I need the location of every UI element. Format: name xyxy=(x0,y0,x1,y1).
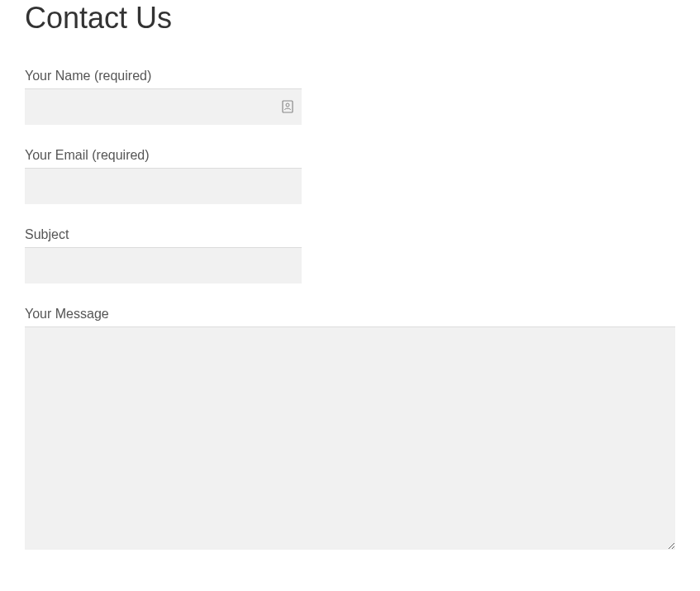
message-textarea[interactable] xyxy=(25,326,675,550)
message-label: Your Message xyxy=(25,307,675,322)
email-label: Your Email (required) xyxy=(25,148,675,163)
message-field-group: Your Message xyxy=(25,307,675,553)
contact-form: Your Name (required) Your Email (require… xyxy=(25,69,675,591)
subject-field-group: Subject xyxy=(25,227,675,284)
subject-label: Subject xyxy=(25,227,675,242)
name-field-group: Your Name (required) xyxy=(25,69,675,125)
page-title: Contact Us xyxy=(25,0,675,36)
name-input-wrapper xyxy=(25,88,302,125)
name-input[interactable] xyxy=(25,88,302,125)
name-label: Your Name (required) xyxy=(25,69,675,83)
email-input[interactable] xyxy=(25,168,302,204)
email-field-group: Your Email (required) xyxy=(25,148,675,204)
subject-input[interactable] xyxy=(25,247,302,284)
